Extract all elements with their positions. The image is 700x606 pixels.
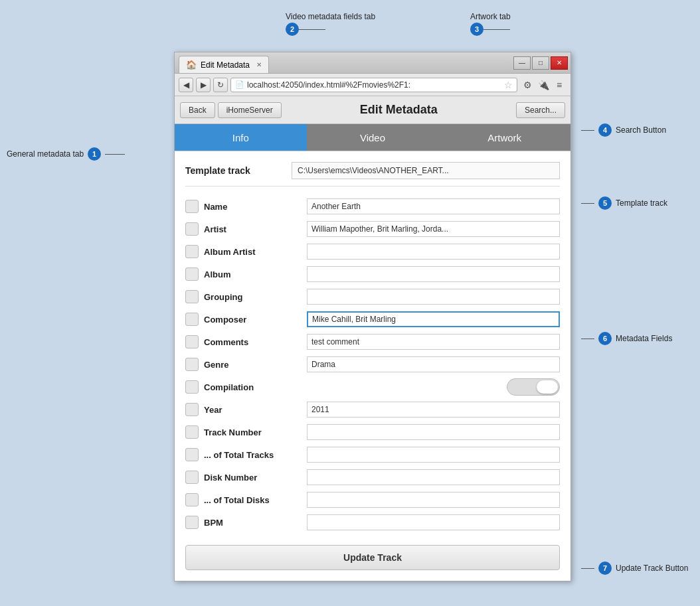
ihomeserver-button[interactable]: iHomeServer bbox=[218, 102, 282, 118]
fields-container: NameArtistAlbum ArtistAlbumGroupingCompo… bbox=[185, 197, 560, 532]
field-label-1: Artist bbox=[204, 224, 307, 234]
table-row: Album bbox=[185, 265, 560, 283]
field-checkbox-8[interactable] bbox=[185, 380, 199, 394]
menu-icon[interactable]: ≡ bbox=[552, 78, 567, 92]
url-input[interactable]: 📄 localhost:42050/index.html#%2Fmovies%2… bbox=[230, 78, 517, 92]
table-row: ... of Total Disks bbox=[185, 491, 560, 509]
field-input-4[interactable] bbox=[307, 289, 560, 305]
field-label-7: Genre bbox=[204, 360, 307, 370]
field-checkbox-14[interactable] bbox=[185, 516, 199, 529]
annotation-circle-3: 3 bbox=[470, 23, 483, 36]
field-label-0: Name bbox=[204, 202, 307, 212]
annotation-right-fields: 6 Metadata Fields bbox=[581, 332, 672, 345]
app-toolbar: Back iHomeServer Edit Metadata Search... bbox=[175, 96, 570, 124]
field-input-6[interactable] bbox=[307, 334, 560, 350]
compilation-toggle[interactable]: No bbox=[507, 378, 560, 396]
field-label-14: BPM bbox=[204, 518, 307, 528]
table-row: Composer bbox=[185, 310, 560, 329]
field-input-7[interactable] bbox=[307, 356, 560, 372]
field-label-3: Album bbox=[204, 269, 307, 279]
template-track-input[interactable] bbox=[292, 162, 560, 179]
close-button[interactable]: ✕ bbox=[551, 56, 568, 70]
template-track-label: Template track bbox=[185, 165, 292, 176]
table-row: Album Artist bbox=[185, 242, 560, 261]
field-input-5[interactable] bbox=[307, 311, 560, 327]
search-button[interactable]: Search... bbox=[516, 102, 565, 118]
field-checkbox-5[interactable] bbox=[185, 313, 199, 326]
title-bar: 🏠 Edit Metadata ✕ — □ ✕ bbox=[175, 52, 570, 74]
table-row: Compilation No bbox=[185, 378, 560, 396]
table-row: Comments bbox=[185, 333, 560, 351]
table-row: Name bbox=[185, 197, 560, 216]
table-row: Grouping bbox=[185, 287, 560, 306]
page-icon: 📄 bbox=[235, 80, 244, 89]
annotation-right-template: 5 Template track bbox=[581, 196, 667, 210]
update-btn-container: Update Track bbox=[185, 540, 560, 570]
annotation-right-update: 7 Update Track Button bbox=[581, 562, 688, 575]
tab-video[interactable]: Video bbox=[307, 124, 439, 151]
field-input-12[interactable] bbox=[307, 469, 560, 485]
browser-tab-title: Edit Metadata bbox=[201, 60, 250, 70]
field-checkbox-10[interactable] bbox=[185, 425, 199, 439]
browser-tab[interactable]: 🏠 Edit Metadata ✕ bbox=[179, 56, 269, 73]
table-row: BPM bbox=[185, 513, 560, 532]
forward-nav-button[interactable]: ▶ bbox=[196, 78, 211, 92]
field-label-12: Disk Number bbox=[204, 473, 307, 483]
table-row: Track Number bbox=[185, 423, 560, 441]
field-label-13: ... of Total Disks bbox=[204, 495, 307, 505]
field-label-10: Track Number bbox=[204, 427, 307, 437]
field-checkbox-12[interactable] bbox=[185, 471, 199, 484]
field-input-10[interactable] bbox=[307, 424, 560, 440]
field-input-3[interactable] bbox=[307, 266, 560, 282]
toggle-knob-8 bbox=[537, 380, 558, 394]
browser-window: 🏠 Edit Metadata ✕ — □ ✕ ◀ ▶ ↻ 📄 localhos… bbox=[174, 52, 571, 581]
template-track-row: Template track bbox=[185, 162, 560, 187]
field-label-11: ... of Total Tracks bbox=[204, 450, 307, 460]
field-label-6: Comments bbox=[204, 337, 307, 347]
page-title: Edit Metadata bbox=[282, 103, 516, 117]
field-checkbox-3[interactable] bbox=[185, 267, 199, 281]
extensions-icon[interactable]: 🔌 bbox=[536, 78, 551, 92]
refresh-nav-button[interactable]: ↻ bbox=[213, 78, 228, 92]
field-checkbox-1[interactable] bbox=[185, 222, 199, 236]
field-input-1[interactable] bbox=[307, 221, 560, 237]
field-input-14[interactable] bbox=[307, 514, 560, 530]
settings-icon[interactable]: ⚙ bbox=[520, 78, 535, 92]
field-label-2: Album Artist bbox=[204, 247, 307, 257]
table-row: ... of Total Tracks bbox=[185, 445, 560, 464]
field-label-9: Year bbox=[204, 405, 307, 415]
field-checkbox-13[interactable] bbox=[185, 493, 199, 506]
table-row: Year bbox=[185, 400, 560, 419]
back-nav-button[interactable]: ◀ bbox=[179, 78, 193, 92]
tab-info[interactable]: Info bbox=[175, 124, 307, 151]
annotation-left1: General metadata tab 1 bbox=[7, 147, 125, 161]
annotation-top2: Artwork tab 3 bbox=[470, 12, 511, 36]
tab-close-icon[interactable]: ✕ bbox=[256, 61, 262, 68]
field-checkbox-2[interactable] bbox=[185, 245, 199, 258]
field-checkbox-6[interactable] bbox=[185, 335, 199, 348]
toggle-container-8: No bbox=[307, 378, 560, 396]
maximize-button[interactable]: □ bbox=[532, 56, 549, 70]
field-checkbox-0[interactable] bbox=[185, 200, 199, 213]
annotation-top1: Video metadata fields tab 2 bbox=[286, 12, 375, 36]
table-row: Disk Number bbox=[185, 468, 560, 487]
minimize-button[interactable]: — bbox=[513, 56, 531, 70]
table-row: Artist bbox=[185, 220, 560, 238]
field-checkbox-9[interactable] bbox=[185, 403, 199, 416]
field-label-8: Compilation bbox=[204, 382, 307, 392]
tab-artwork[interactable]: Artwork bbox=[438, 124, 570, 151]
field-input-9[interactable] bbox=[307, 402, 560, 417]
table-row: Genre bbox=[185, 355, 560, 374]
annotation-right-search: 4 Search Button bbox=[581, 123, 666, 137]
field-input-2[interactable] bbox=[307, 244, 560, 260]
field-input-13[interactable] bbox=[307, 492, 560, 508]
annotation-circle-2: 2 bbox=[286, 23, 299, 36]
field-checkbox-7[interactable] bbox=[185, 358, 199, 371]
update-track-button[interactable]: Update Track bbox=[185, 545, 560, 570]
field-checkbox-4[interactable] bbox=[185, 290, 199, 303]
back-button[interactable]: Back bbox=[180, 102, 215, 118]
bookmark-icon[interactable]: ☆ bbox=[504, 80, 513, 90]
field-checkbox-11[interactable] bbox=[185, 448, 199, 461]
field-input-0[interactable] bbox=[307, 198, 560, 214]
field-input-11[interactable] bbox=[307, 447, 560, 463]
